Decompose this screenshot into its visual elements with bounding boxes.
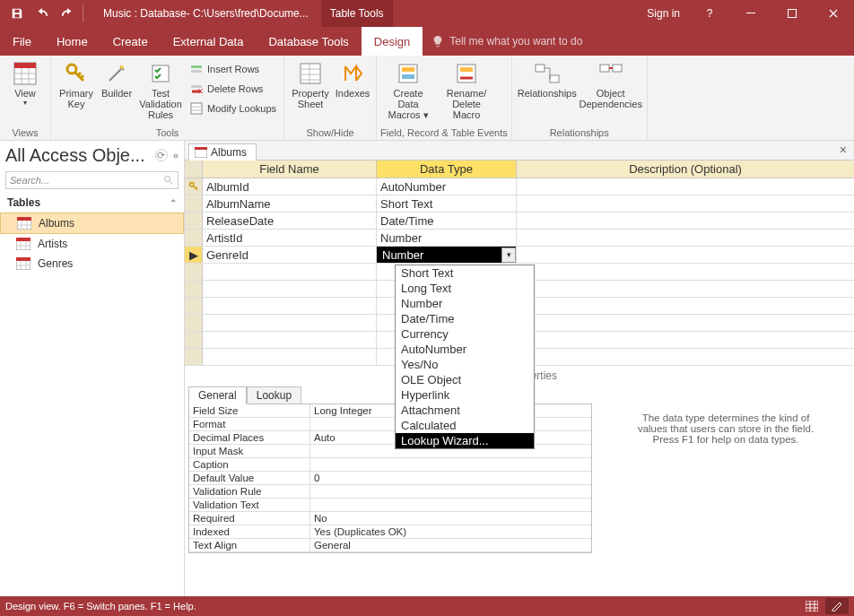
help-button[interactable]: ? [689, 0, 730, 27]
view-design-button[interactable] [825, 598, 849, 614]
field-name-cell[interactable]: AlbumName [203, 195, 377, 212]
tab-file[interactable]: File [0, 27, 44, 56]
design-row[interactable]: ReleaseDateDate/Time [185, 213, 854, 230]
description-cell[interactable] [517, 230, 854, 246]
signin-link[interactable]: Sign in [638, 7, 689, 20]
field-name-cell[interactable]: ArtistId [203, 230, 377, 246]
nav-item-artists[interactable]: Artists [0, 234, 184, 254]
row-selector[interactable] [185, 230, 203, 246]
description-cell[interactable] [517, 195, 854, 212]
data-type-option[interactable]: Number [396, 296, 534, 311]
tab-home[interactable]: Home [44, 27, 100, 56]
description-cell[interactable] [517, 213, 854, 229]
create-data-macros-button[interactable]: Create Data Macros ▾ [380, 57, 436, 120]
rename-delete-macro-button[interactable]: Rename/ Delete Macro [436, 57, 497, 120]
description-cell[interactable] [517, 178, 854, 195]
data-type-option[interactable]: Long Text [396, 281, 534, 296]
test-validation-button[interactable]: Test Validation Rules [135, 57, 186, 120]
data-type-option[interactable]: Currency [396, 326, 534, 342]
nav-item-genres[interactable]: Genres [0, 254, 184, 273]
svg-rect-6 [191, 65, 202, 68]
data-type-option[interactable]: Lookup Wizard... [396, 433, 534, 448]
tab-design[interactable]: Design [362, 27, 423, 56]
data-type-option[interactable]: Short Text [396, 265, 534, 281]
data-type-cell[interactable]: Number [377, 230, 517, 246]
context-tab-table-tools[interactable]: Table Tools [321, 0, 393, 27]
tab-create[interactable]: Create [100, 27, 161, 56]
property-row[interactable]: RequiredNo [189, 512, 591, 525]
redo-icon[interactable] [56, 3, 79, 24]
row-selector[interactable]: ▶ [185, 247, 203, 263]
data-type-cell[interactable]: Number▾ [377, 247, 517, 263]
property-value[interactable] [310, 485, 591, 498]
nav-pane-title[interactable]: All Access Obje... [5, 145, 145, 166]
undo-icon[interactable] [30, 3, 54, 24]
data-type-cell[interactable]: AutoNumber [377, 178, 517, 195]
col-description[interactable]: Description (Optional) [517, 161, 854, 178]
row-selector[interactable] [185, 195, 203, 212]
builder-button[interactable]: Builder [98, 57, 135, 99]
property-row[interactable]: Text AlignGeneral [189, 539, 591, 552]
design-row[interactable]: ArtistIdNumber [185, 230, 854, 247]
search-input[interactable]: Search... [5, 171, 179, 189]
save-icon[interactable] [5, 3, 29, 24]
modify-lookups-button[interactable]: Modify Lookups [186, 99, 280, 118]
data-type-option[interactable]: Yes/No [396, 357, 534, 372]
data-type-option[interactable]: Calculated [396, 418, 534, 433]
data-type-option[interactable]: Date/Time [396, 311, 534, 326]
prop-tab-general[interactable]: General [188, 386, 247, 404]
row-selector[interactable] [185, 178, 203, 195]
insert-rows-button[interactable]: Insert Rows [186, 59, 280, 79]
delete-rows-button[interactable]: Delete Rows [186, 79, 280, 99]
indexes-button[interactable]: Indexes [333, 57, 372, 99]
doc-tab-albums[interactable]: Albums [188, 143, 257, 161]
nav-filter-icon[interactable]: ⟳ [155, 149, 168, 161]
property-row[interactable]: Default Value0 [189, 472, 591, 485]
field-name-cell[interactable]: GenreId [203, 247, 377, 263]
data-type-cell[interactable]: Short Text [377, 195, 517, 212]
field-name-cell[interactable]: AlbumId [203, 178, 377, 195]
design-row[interactable]: AlbumIdAutoNumber [185, 178, 854, 195]
nav-collapse-icon[interactable]: « [173, 150, 179, 161]
row-selector[interactable] [185, 213, 203, 229]
property-value[interactable] [310, 499, 591, 511]
col-field-name[interactable]: Field Name [203, 161, 377, 178]
design-row[interactable]: AlbumNameShort Text [185, 195, 854, 213]
data-type-option[interactable]: Hyperlink [396, 387, 534, 403]
dropdown-button[interactable]: ▾ [501, 247, 516, 263]
tab-database-tools[interactable]: Database Tools [256, 27, 361, 56]
data-type-option[interactable]: Attachment [396, 403, 534, 418]
minimize-button[interactable] [730, 0, 771, 27]
property-sheet-button[interactable]: Property Sheet [288, 57, 333, 109]
col-data-type[interactable]: Data Type [377, 161, 517, 178]
description-cell[interactable] [517, 247, 854, 263]
doc-close-button[interactable]: × [832, 143, 854, 157]
data-type-cell[interactable]: Date/Time [377, 213, 517, 229]
design-row[interactable]: ▶GenreIdNumber▾ [185, 247, 854, 264]
property-value[interactable] [310, 458, 591, 471]
property-value[interactable]: No [310, 512, 591, 525]
object-dependencies-button[interactable]: Object Dependencies [579, 57, 643, 109]
data-type-option[interactable]: OLE Object [396, 372, 534, 387]
property-value[interactable]: 0 [310, 472, 591, 484]
property-row[interactable]: IndexedYes (Duplicates OK) [189, 525, 591, 539]
field-name-cell[interactable]: ReleaseDate [203, 213, 377, 229]
property-row[interactable]: Caption [189, 458, 591, 472]
data-type-dropdown[interactable]: Short TextLong TextNumberDate/TimeCurren… [395, 265, 535, 449]
view-button[interactable]: View▾ [4, 57, 47, 107]
tab-external-data[interactable]: External Data [161, 27, 257, 56]
tell-me-search[interactable]: Tell me what you want to do [423, 27, 591, 56]
nav-group-tables[interactable]: Tables ⌃ [0, 193, 184, 213]
property-value[interactable]: General [310, 539, 591, 551]
data-type-option[interactable]: AutoNumber [396, 342, 534, 357]
primary-key-button[interactable]: Primary Key [55, 57, 98, 109]
property-row[interactable]: Validation Text [189, 499, 591, 512]
prop-tab-lookup[interactable]: Lookup [247, 386, 301, 404]
maximize-button[interactable] [771, 0, 813, 27]
relationships-button[interactable]: Relationships [516, 57, 579, 99]
nav-item-albums[interactable]: Albums [0, 213, 184, 234]
property-row[interactable]: Validation Rule [189, 485, 591, 499]
view-datasheet-button[interactable] [800, 598, 824, 614]
property-value[interactable]: Yes (Duplicates OK) [310, 525, 591, 538]
close-button[interactable] [813, 0, 854, 27]
